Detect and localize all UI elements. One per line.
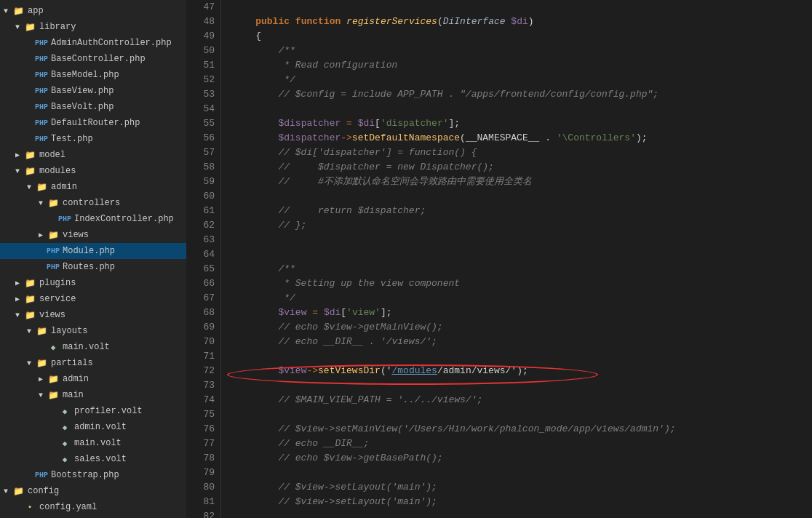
sidebar-item-admin-partial[interactable]: ▶📁admin — [0, 371, 186, 387]
code-line-47 — [233, 0, 812, 15]
sidebar-item-Test[interactable]: PHPTest.php — [0, 131, 186, 147]
tree-label-config-yaml: config.yaml — [39, 502, 186, 512]
code-line-70: // echo __DIR__ . '/views/'; — [233, 335, 812, 349]
file-php-icon: PHP — [35, 103, 48, 111]
sidebar-item-BaseModel[interactable]: PHPBaseModel.php — [0, 67, 186, 83]
tree-label-profiler-volt: profiler.volt — [74, 406, 186, 416]
line-num-59: 59 — [192, 175, 215, 189]
code-line-77: // echo __DIR__; — [233, 437, 812, 451]
line-num-55: 55 — [192, 116, 215, 131]
file-volt-icon: ◆ — [58, 407, 71, 416]
sidebar-item-main-volt[interactable]: ◆main.volt — [0, 339, 186, 355]
tree-label-modules: modules — [39, 166, 186, 176]
line-num-75: 75 — [192, 407, 215, 422]
sidebar-item-service[interactable]: ▶📁service — [0, 291, 186, 307]
sidebar-item-controllers[interactable]: ▼📁controllers — [0, 195, 186, 211]
code-line-50: /** — [233, 44, 812, 58]
sidebar-item-main-volt2[interactable]: ◆main.volt — [0, 435, 186, 451]
code-line-74: // $MAIN_VIEW_PATH = '../../views/'; — [233, 393, 812, 407]
code-line-64 — [233, 247, 812, 262]
line-num-70: 70 — [192, 335, 215, 349]
file-php-icon: PHP — [35, 119, 48, 127]
sidebar-item-AdminAuthController[interactable]: PHPAdminAuthController.php — [0, 35, 186, 51]
sidebar-item-config[interactable]: ▼📁config — [0, 483, 186, 499]
sidebar-item-app[interactable]: ▼📁app — [0, 3, 186, 19]
sidebar-item-library[interactable]: ▼📁library — [0, 19, 186, 35]
line-num-57: 57 — [192, 146, 215, 160]
tree-arrow-app: ▼ — [0, 7, 12, 15]
tree-label-main-partial: main — [63, 390, 186, 400]
tree-label-model: model — [39, 150, 186, 160]
tree-arrow-controllers: ▼ — [35, 199, 47, 207]
sidebar-item-Bootstrap[interactable]: PHPBootstrap.php — [0, 467, 186, 483]
line-num-47: 47 — [192, 0, 215, 15]
folder-icon: 📁 — [12, 6, 25, 17]
code-line-55: $dispatcher = $di['dispatcher']; — [233, 116, 812, 131]
line-num-78: 78 — [192, 451, 215, 466]
line-num-67: 67 — [192, 291, 215, 306]
sidebar-item-views-admin[interactable]: ▶📁views — [0, 227, 186, 243]
line-num-82: 82 — [192, 509, 215, 518]
tree-label-layouts: layouts — [51, 326, 186, 336]
code-line-56: $dispatcher->setDefaultNamespace(__NAMES… — [233, 131, 812, 146]
code-line-58: // $dispatcher = new Dispatcher(); — [233, 160, 812, 175]
sidebar-item-views[interactable]: ▼📁views — [0, 307, 186, 323]
code-editor: 4748495051525354555657585960616263646566… — [186, 0, 812, 518]
sidebar-item-model[interactable]: ▶📁model — [0, 147, 186, 163]
sidebar-item-BaseView[interactable]: PHPBaseView.php — [0, 83, 186, 99]
line-num-68: 68 — [192, 306, 215, 320]
file-volt-icon: ◆ — [58, 439, 71, 448]
line-num-81: 81 — [192, 495, 215, 509]
code-content: public function registerServices(DiInter… — [221, 0, 812, 518]
tree-arrow-admin: ▼ — [23, 183, 35, 191]
file-php-icon: PHP — [35, 55, 48, 63]
code-line-72: $view->setViewsDir('/modules/admin/views… — [233, 364, 812, 378]
sidebar-item-layouts[interactable]: ▼📁layouts — [0, 323, 186, 339]
tree-arrow-main-partial: ▼ — [35, 391, 47, 399]
code-line-73 — [233, 378, 812, 393]
folder-icon: 📁 — [35, 326, 48, 337]
code-line-51: * Read configuration — [233, 58, 812, 73]
sidebar-item-BaseVolt[interactable]: PHPBaseVolt.php — [0, 99, 186, 115]
sidebar-item-main-partial[interactable]: ▼📁main — [0, 387, 186, 403]
line-num-64: 64 — [192, 247, 215, 262]
tree-label-BaseView: BaseView.php — [51, 86, 186, 96]
file-php-icon: PHP — [35, 87, 48, 95]
code-line-76: // $view->setMainView('/Users/Hin/work/p… — [233, 422, 812, 437]
sidebar-item-Routes[interactable]: PHPRoutes.php — [0, 259, 186, 275]
sidebar-item-config-yaml[interactable]: ▪config.yaml — [0, 499, 186, 515]
tree-label-admin-partial: admin — [63, 374, 186, 384]
file-tree[interactable]: ▼📁app▼📁libraryPHPAdminAuthController.php… — [0, 0, 186, 518]
tree-arrow-views-admin: ▶ — [35, 231, 47, 239]
code-area: 4748495051525354555657585960616263646566… — [186, 0, 812, 518]
sidebar-item-admin-volt[interactable]: ◆admin.volt — [0, 419, 186, 435]
tree-arrow-library: ▼ — [12, 23, 23, 31]
line-num-62: 62 — [192, 218, 215, 233]
sidebar-item-sales-volt[interactable]: ◆sales.volt — [0, 451, 186, 467]
sidebar-item-DefaultRouter[interactable]: PHPDefaultRouter.php — [0, 115, 186, 131]
tree-arrow-partials: ▼ — [23, 359, 35, 367]
folder-icon: 📁 — [47, 198, 60, 209]
sidebar-item-BaseController[interactable]: PHPBaseController.php — [0, 51, 186, 67]
file-volt-icon: ◆ — [47, 343, 60, 352]
sidebar-item-Module[interactable]: PHPModule.php — [0, 243, 186, 259]
code-line-68: $view = $di['view']; — [233, 306, 812, 320]
sidebar-item-config-yaml-example[interactable]: ▪config.yaml. example — [0, 515, 186, 518]
line-num-58: 58 — [192, 160, 215, 175]
code-line-80: // $view->setLayout('main'); — [233, 480, 812, 495]
tree-label-Routes: Routes.php — [63, 262, 186, 272]
line-numbers: 4748495051525354555657585960616263646566… — [186, 0, 221, 518]
sidebar-item-profiler-volt[interactable]: ◆profiler.volt — [0, 403, 186, 419]
sidebar-item-modules[interactable]: ▼📁modules — [0, 163, 186, 179]
tree-label-plugins: plugins — [39, 278, 186, 288]
code-line-61: // return $dispatcher; — [233, 204, 812, 218]
sidebar-item-admin[interactable]: ▼📁admin — [0, 179, 186, 195]
line-num-61: 61 — [192, 204, 215, 218]
code-line-60 — [233, 189, 812, 204]
tree-label-BaseVolt: BaseVolt.php — [51, 102, 186, 112]
sidebar-item-plugins[interactable]: ▶📁plugins — [0, 275, 186, 291]
folder-icon: 📁 — [23, 278, 36, 289]
code-line-52: */ — [233, 73, 812, 87]
sidebar-item-partials[interactable]: ▼📁partials — [0, 355, 186, 371]
sidebar-item-IndexController[interactable]: PHPIndexController.php — [0, 211, 186, 227]
